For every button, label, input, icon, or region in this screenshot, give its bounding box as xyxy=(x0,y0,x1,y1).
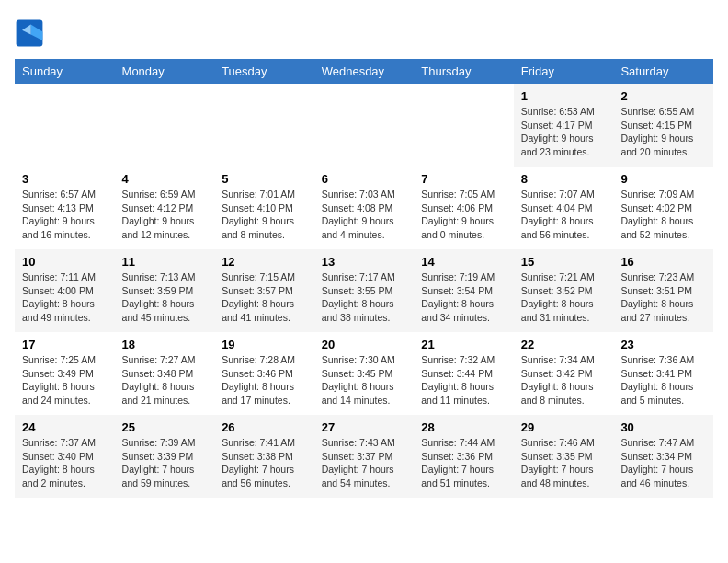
calendar-cell: 12Sunrise: 7:15 AM Sunset: 3:57 PM Dayli… xyxy=(214,249,314,332)
day-number: 20 xyxy=(322,338,407,351)
day-info: Sunrise: 7:05 AM Sunset: 4:06 PM Dayligh… xyxy=(421,188,506,242)
day-info: Sunrise: 6:59 AM Sunset: 4:12 PM Dayligh… xyxy=(122,188,208,242)
day-info: Sunrise: 7:19 AM Sunset: 3:54 PM Dayligh… xyxy=(421,270,506,325)
day-info: Sunrise: 6:55 AM Sunset: 4:15 PM Dayligh… xyxy=(620,105,706,159)
calendar-cell: 20Sunrise: 7:30 AM Sunset: 3:45 PM Dayli… xyxy=(314,332,415,415)
calendar-cell: 3Sunrise: 6:57 AM Sunset: 4:13 PM Daylig… xyxy=(15,167,115,249)
calendar-cell: 28Sunrise: 7:44 AM Sunset: 3:36 PM Dayli… xyxy=(414,415,514,498)
calendar-cell xyxy=(414,84,514,167)
day-info: Sunrise: 7:15 AM Sunset: 3:57 PM Dayligh… xyxy=(222,270,307,325)
day-number: 9 xyxy=(620,172,706,186)
header xyxy=(15,15,713,48)
logo-icon xyxy=(15,18,44,48)
weekday-header-wednesday: Wednesday xyxy=(314,59,415,84)
weekday-header-tuesday: Tuesday xyxy=(214,59,314,84)
calendar-cell: 17Sunrise: 7:25 AM Sunset: 3:49 PM Dayli… xyxy=(15,332,115,415)
day-info: Sunrise: 7:11 AM Sunset: 4:00 PM Dayligh… xyxy=(22,270,108,325)
day-info: Sunrise: 7:28 AM Sunset: 3:46 PM Dayligh… xyxy=(222,353,307,408)
day-number: 25 xyxy=(122,420,208,434)
day-info: Sunrise: 7:39 AM Sunset: 3:39 PM Dayligh… xyxy=(122,436,208,490)
day-number: 2 xyxy=(620,89,706,103)
day-info: Sunrise: 7:47 AM Sunset: 3:34 PM Dayligh… xyxy=(620,436,706,490)
calendar-cell: 9Sunrise: 7:09 AM Sunset: 4:02 PM Daylig… xyxy=(613,167,713,249)
day-info: Sunrise: 7:25 AM Sunset: 3:49 PM Dayligh… xyxy=(22,353,108,408)
calendar-cell: 19Sunrise: 7:28 AM Sunset: 3:46 PM Dayli… xyxy=(214,332,314,415)
day-info: Sunrise: 6:57 AM Sunset: 4:13 PM Dayligh… xyxy=(22,188,108,242)
day-info: Sunrise: 7:23 AM Sunset: 3:51 PM Dayligh… xyxy=(620,270,706,325)
day-number: 26 xyxy=(222,420,307,434)
day-number: 10 xyxy=(22,255,108,269)
calendar-cell: 8Sunrise: 7:07 AM Sunset: 4:04 PM Daylig… xyxy=(514,167,614,249)
calendar-cell: 26Sunrise: 7:41 AM Sunset: 3:38 PM Dayli… xyxy=(214,415,314,498)
weekday-header-sunday: Sunday xyxy=(15,59,115,84)
weekday-header-friday: Friday xyxy=(514,59,614,84)
calendar-body: 1Sunrise: 6:53 AM Sunset: 4:17 PM Daylig… xyxy=(15,84,713,498)
calendar-cell: 2Sunrise: 6:55 AM Sunset: 4:15 PM Daylig… xyxy=(613,84,713,167)
calendar-cell: 25Sunrise: 7:39 AM Sunset: 3:39 PM Dayli… xyxy=(115,415,215,498)
calendar-cell: 22Sunrise: 7:34 AM Sunset: 3:42 PM Dayli… xyxy=(514,332,614,415)
day-info: Sunrise: 7:46 AM Sunset: 3:35 PM Dayligh… xyxy=(521,436,607,490)
day-number: 3 xyxy=(22,172,108,186)
calendar-cell xyxy=(115,84,215,167)
day-number: 8 xyxy=(521,172,607,186)
calendar-cell: 29Sunrise: 7:46 AM Sunset: 3:35 PM Dayli… xyxy=(514,415,614,498)
day-info: Sunrise: 7:41 AM Sunset: 3:38 PM Dayligh… xyxy=(222,436,307,490)
day-info: Sunrise: 6:53 AM Sunset: 4:17 PM Dayligh… xyxy=(521,105,607,159)
day-number: 1 xyxy=(521,89,607,103)
day-info: Sunrise: 7:17 AM Sunset: 3:55 PM Dayligh… xyxy=(322,270,407,325)
day-number: 7 xyxy=(421,172,506,186)
calendar-cell: 16Sunrise: 7:23 AM Sunset: 3:51 PM Dayli… xyxy=(613,249,713,332)
day-info: Sunrise: 7:36 AM Sunset: 3:41 PM Dayligh… xyxy=(620,353,706,408)
day-number: 24 xyxy=(22,420,108,434)
day-info: Sunrise: 7:09 AM Sunset: 4:02 PM Dayligh… xyxy=(620,188,706,242)
day-info: Sunrise: 7:37 AM Sunset: 3:40 PM Dayligh… xyxy=(22,436,108,490)
day-number: 28 xyxy=(421,420,506,434)
day-number: 4 xyxy=(122,172,208,186)
day-number: 18 xyxy=(122,338,208,351)
day-info: Sunrise: 7:01 AM Sunset: 4:10 PM Dayligh… xyxy=(222,188,307,242)
day-number: 16 xyxy=(620,255,706,269)
day-info: Sunrise: 7:07 AM Sunset: 4:04 PM Dayligh… xyxy=(521,188,607,242)
calendar-week-2: 3Sunrise: 6:57 AM Sunset: 4:13 PM Daylig… xyxy=(15,167,713,249)
calendar-table: SundayMondayTuesdayWednesdayThursdayFrid… xyxy=(15,59,713,498)
calendar-cell: 11Sunrise: 7:13 AM Sunset: 3:59 PM Dayli… xyxy=(115,249,215,332)
day-number: 12 xyxy=(222,255,307,269)
logo xyxy=(15,18,48,48)
day-number: 19 xyxy=(222,338,307,351)
calendar-cell: 21Sunrise: 7:32 AM Sunset: 3:44 PM Dayli… xyxy=(414,332,514,415)
calendar-week-3: 10Sunrise: 7:11 AM Sunset: 4:00 PM Dayli… xyxy=(15,249,713,332)
weekday-header-row: SundayMondayTuesdayWednesdayThursdayFrid… xyxy=(15,59,713,84)
day-info: Sunrise: 7:27 AM Sunset: 3:48 PM Dayligh… xyxy=(122,353,208,408)
calendar-cell: 14Sunrise: 7:19 AM Sunset: 3:54 PM Dayli… xyxy=(414,249,514,332)
calendar-cell: 5Sunrise: 7:01 AM Sunset: 4:10 PM Daylig… xyxy=(214,167,314,249)
weekday-header-saturday: Saturday xyxy=(613,59,713,84)
calendar-cell: 10Sunrise: 7:11 AM Sunset: 4:00 PM Dayli… xyxy=(15,249,115,332)
day-number: 30 xyxy=(620,420,706,434)
day-info: Sunrise: 7:34 AM Sunset: 3:42 PM Dayligh… xyxy=(521,353,607,408)
day-info: Sunrise: 7:21 AM Sunset: 3:52 PM Dayligh… xyxy=(521,270,607,325)
calendar-cell: 7Sunrise: 7:05 AM Sunset: 4:06 PM Daylig… xyxy=(414,167,514,249)
calendar-cell: 6Sunrise: 7:03 AM Sunset: 4:08 PM Daylig… xyxy=(314,167,415,249)
day-number: 11 xyxy=(122,255,208,269)
calendar-cell: 27Sunrise: 7:43 AM Sunset: 3:37 PM Dayli… xyxy=(314,415,415,498)
calendar-cell xyxy=(15,84,115,167)
calendar-header: SundayMondayTuesdayWednesdayThursdayFrid… xyxy=(15,59,713,84)
day-number: 23 xyxy=(620,338,706,351)
calendar-cell: 30Sunrise: 7:47 AM Sunset: 3:34 PM Dayli… xyxy=(613,415,713,498)
calendar-week-5: 24Sunrise: 7:37 AM Sunset: 3:40 PM Dayli… xyxy=(15,415,713,498)
day-info: Sunrise: 7:13 AM Sunset: 3:59 PM Dayligh… xyxy=(122,270,208,325)
calendar-cell: 15Sunrise: 7:21 AM Sunset: 3:52 PM Dayli… xyxy=(514,249,614,332)
day-number: 27 xyxy=(322,420,407,434)
calendar-week-4: 17Sunrise: 7:25 AM Sunset: 3:49 PM Dayli… xyxy=(15,332,713,415)
day-number: 15 xyxy=(521,255,607,269)
calendar-week-1: 1Sunrise: 6:53 AM Sunset: 4:17 PM Daylig… xyxy=(15,84,713,167)
weekday-header-monday: Monday xyxy=(115,59,215,84)
calendar-cell: 18Sunrise: 7:27 AM Sunset: 3:48 PM Dayli… xyxy=(115,332,215,415)
weekday-header-thursday: Thursday xyxy=(414,59,514,84)
day-info: Sunrise: 7:44 AM Sunset: 3:36 PM Dayligh… xyxy=(421,436,506,490)
day-info: Sunrise: 7:43 AM Sunset: 3:37 PM Dayligh… xyxy=(322,436,407,490)
calendar-cell: 23Sunrise: 7:36 AM Sunset: 3:41 PM Dayli… xyxy=(613,332,713,415)
calendar-cell: 24Sunrise: 7:37 AM Sunset: 3:40 PM Dayli… xyxy=(15,415,115,498)
day-info: Sunrise: 7:03 AM Sunset: 4:08 PM Dayligh… xyxy=(322,188,407,242)
day-number: 6 xyxy=(322,172,407,186)
